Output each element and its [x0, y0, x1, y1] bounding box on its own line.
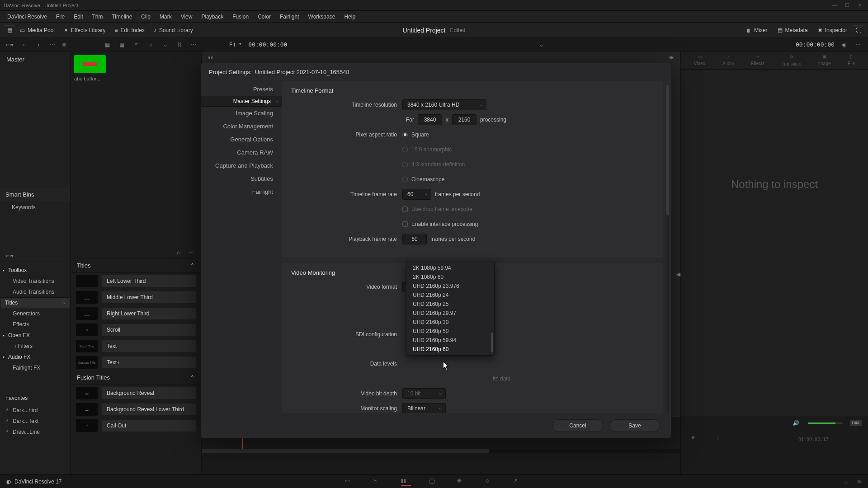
close-icon[interactable]: ✕	[858, 2, 862, 8]
smart-bin-keywords[interactable]: Keywords	[0, 202, 70, 213]
par-cinema-radio[interactable]	[402, 177, 408, 182]
tab-effects[interactable]: ✧Effects	[751, 54, 764, 66]
dropdown-option[interactable]: UHD 2160p 24	[406, 291, 494, 300]
skip-end-icon[interactable]: ⏭	[667, 52, 677, 62]
toolbox-effects[interactable]: Effects	[0, 319, 70, 330]
title-item[interactable]: ▬Background Reveal Lower Third	[71, 401, 201, 418]
dropdown-option[interactable]: UHD 2160p 25	[406, 300, 494, 309]
audiofx-header[interactable]: Audio FX	[0, 352, 70, 362]
dropdown-option[interactable]: UHD 2160p 59.94	[406, 336, 494, 345]
metadata-button[interactable]: ▤Metadata	[773, 26, 812, 35]
menu-color[interactable]: Color	[254, 13, 274, 21]
maximize-icon[interactable]: ☐	[845, 2, 849, 8]
save-button[interactable]: Save	[609, 419, 660, 432]
page-edit-icon[interactable]: ⫿⫿	[401, 478, 411, 486]
title-item[interactable]: ___Right Lower Third	[71, 305, 201, 322]
nav-capture-playback[interactable]: Capture and Playback	[201, 159, 282, 172]
home-icon[interactable]: ⌂	[844, 479, 848, 485]
minimize-icon[interactable]: —	[832, 2, 837, 8]
toolbox-audio-transitions[interactable]: Audio Transitions	[0, 286, 70, 297]
more-icon[interactable]: ⋯	[48, 40, 58, 50]
openfx-header[interactable]: Open FX	[0, 330, 70, 341]
toolbox-header[interactable]: Toolbox	[0, 265, 70, 276]
menu-mark[interactable]: Mark	[156, 13, 175, 21]
toolbox-video-transitions[interactable]: Video Transitions	[0, 276, 70, 286]
bin-dropdown-icon[interactable]: ▭▾	[5, 40, 14, 50]
nav-fairlight[interactable]: Fairlight	[201, 185, 282, 198]
cancel-button[interactable]: Cancel	[552, 419, 603, 432]
dropdown-option[interactable]: UHD 2160p 29.97	[406, 309, 494, 318]
marker-icon[interactable]	[692, 436, 694, 439]
nav-camera-raw[interactable]: Camera RAW	[201, 146, 282, 159]
dropdown-option[interactable]: 2K 1080p 60	[406, 272, 494, 282]
collapse-icon[interactable]: ⌃	[190, 374, 195, 381]
timeline-framerate-dropdown[interactable]: 60	[402, 189, 431, 200]
volume-slider[interactable]	[808, 422, 843, 424]
title-item[interactable]: ▬Background Reveal	[71, 385, 201, 401]
video-bit-depth-dropdown[interactable]: 10 bit	[402, 388, 446, 399]
expand-icon[interactable]: ⛶	[853, 25, 864, 35]
title-item[interactable]: ___Middle Lower Third	[71, 289, 201, 305]
dropdown-option[interactable]: 2K 1080p 59.94	[406, 263, 494, 272]
dropdown-option[interactable]: UHD 2160p 50	[406, 327, 494, 336]
dim-toggle[interactable]: DIM	[850, 420, 862, 426]
chevron-down-icon[interactable]: ⌵	[537, 40, 547, 50]
page-deliver-icon[interactable]: ↗	[513, 478, 523, 486]
nav-master-settings[interactable]: Master Settings	[201, 96, 282, 107]
speaker-icon[interactable]: 🔊	[791, 418, 801, 428]
menu-trim[interactable]: Trim	[89, 13, 107, 21]
dropdown-option[interactable]: UHD 2160p 23.976	[406, 282, 494, 291]
menu-workspace[interactable]: Workspace	[305, 13, 339, 21]
more-icon[interactable]: ⋯	[189, 40, 199, 50]
title-item[interactable]: Custom TitleText+	[71, 354, 201, 371]
dialog-scrollbar[interactable]	[666, 84, 669, 413]
menu-davinci[interactable]: DaVinci Resolve	[4, 13, 51, 21]
page-cut-icon[interactable]: ✂	[373, 478, 383, 486]
inspector-button[interactable]: ✖Inspector	[813, 26, 852, 35]
marker-icon[interactable]: ◉	[839, 40, 849, 50]
title-item[interactable]: ___Left Lower Third	[71, 273, 201, 289]
nav-subtitles[interactable]: Subtitles	[201, 172, 282, 185]
edit-index-button[interactable]: ≡Edit Index	[110, 26, 149, 35]
page-color-icon[interactable]: ✺	[457, 478, 467, 486]
audiofx-fairlight[interactable]: Fairlight FX	[0, 362, 70, 373]
sound-library-button[interactable]: ♪Sound Library	[149, 26, 198, 35]
page-fairlight-icon[interactable]: ♫	[485, 478, 495, 486]
menu-fusion[interactable]: Fusion	[229, 13, 252, 21]
bin-layout-icon[interactable]: ▭▾	[5, 251, 14, 261]
timeline-width-input[interactable]	[418, 114, 442, 125]
favorite-item[interactable]: Dark...hird	[0, 405, 70, 416]
nav-color-management[interactable]: Color Management	[201, 120, 282, 133]
title-item[interactable]: ≡Scroll	[71, 322, 201, 338]
menu-view[interactable]: View	[177, 13, 196, 21]
favorite-item[interactable]: Dark...Text	[0, 416, 70, 427]
more-icon[interactable]: ⋯	[854, 40, 863, 50]
nav-general-options[interactable]: General Options	[201, 133, 282, 146]
chevron-down-icon[interactable]: ⌵	[160, 40, 170, 50]
collapse-icon[interactable]: ⌃	[190, 262, 195, 269]
title-item[interactable]: Basic TitleText	[71, 338, 201, 354]
search-icon[interactable]: ⌕	[173, 247, 183, 257]
master-bin[interactable]: Master	[0, 52, 70, 67]
dropdown-option[interactable]: UHD 2160p 60	[406, 345, 494, 354]
list-view-icon[interactable]: ≡	[131, 40, 141, 50]
menu-clip[interactable]: Clip	[137, 13, 154, 21]
menu-timeline[interactable]: Timeline	[108, 13, 136, 21]
project-settings-icon[interactable]: ⚙	[857, 479, 862, 485]
more-icon[interactable]: ⋯	[187, 247, 197, 257]
nav-back-icon[interactable]: ‹	[19, 40, 29, 50]
toolbox-generators[interactable]: Generators	[0, 308, 70, 319]
title-item[interactable]: ↗Call Out	[71, 418, 201, 434]
video-format-dropdown-popup[interactable]: 2K 1080p 59.94 2K 1080p 60 UHD 2160p 23.…	[406, 262, 495, 356]
effects-library-button[interactable]: ✦Effects Library	[59, 26, 110, 35]
nav-fwd-icon[interactable]: ›	[33, 40, 43, 50]
tab-file[interactable]: ▯File	[848, 54, 855, 66]
plus-icon[interactable]: +	[716, 435, 720, 442]
menu-edit[interactable]: Edit	[70, 13, 87, 21]
openfx-filters[interactable]: › Filters	[0, 341, 70, 352]
favorite-item[interactable]: Draw...Line	[0, 427, 70, 437]
timeline-scrollbar[interactable]	[202, 449, 680, 453]
skip-start-icon[interactable]: ⏮	[205, 52, 215, 62]
media-pool-button[interactable]: ▭Media Pool	[15, 26, 59, 35]
mixer-button[interactable]: ⫼Mixer	[741, 26, 772, 35]
